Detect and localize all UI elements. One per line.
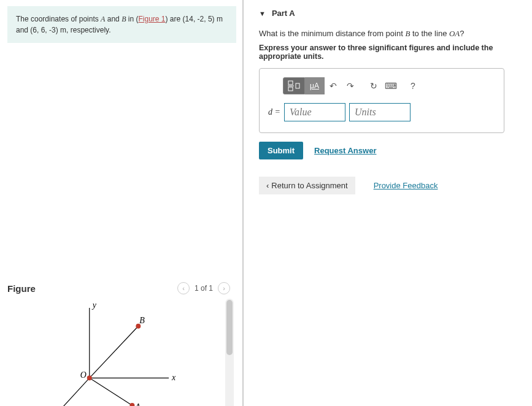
instruction-text: Express your answer to three significant…	[259, 44, 520, 61]
unit: m	[60, 26, 66, 34]
problem-statement: The coordinates of points A and B in (Fi…	[7, 6, 236, 43]
chevron-left-icon: ‹	[266, 181, 269, 190]
units-mu-button[interactable]: μA	[305, 77, 325, 94]
units-input[interactable]	[349, 103, 411, 121]
text: , respectively.	[66, 26, 110, 34]
svg-rect-14	[288, 81, 293, 85]
figure-title: Figure	[7, 283, 36, 294]
figure-scroll-thumb[interactable]	[226, 300, 233, 355]
svg-text:A: A	[134, 402, 141, 406]
return-assignment-button[interactable]: ‹ Return to Assignment	[259, 177, 355, 194]
figure-next-button[interactable]: ›	[218, 282, 230, 294]
svg-text:y: y	[91, 301, 97, 310]
request-answer-link[interactable]: Request Answer	[314, 146, 376, 155]
part-label: Part A	[272, 9, 295, 18]
figure-counter: 1 of 1	[195, 284, 213, 293]
unit: m	[217, 15, 223, 23]
undo-icon[interactable]: ↶	[325, 77, 342, 94]
svg-point-5	[87, 375, 92, 380]
svg-line-2	[56, 378, 90, 406]
svg-rect-15	[288, 87, 293, 91]
text: and (6, 6, -3)	[16, 26, 60, 34]
figure-scrollbar[interactable]	[225, 299, 234, 406]
svg-line-4	[90, 378, 133, 405]
fraction-template-button[interactable]	[283, 77, 305, 94]
text: and	[105, 15, 121, 23]
figure-link[interactable]: Figure 1	[139, 15, 166, 23]
reset-icon[interactable]: ↻	[365, 77, 382, 94]
svg-text:O: O	[80, 370, 87, 380]
keyboard-icon[interactable]: ⌨	[382, 77, 399, 94]
figure-prev-button[interactable]: ‹	[177, 282, 190, 294]
value-input[interactable]	[284, 103, 345, 121]
svg-rect-17	[296, 83, 299, 88]
redo-icon[interactable]: ↷	[342, 77, 359, 94]
figure-image: y x z O B A	[7, 298, 233, 406]
svg-text:x: x	[171, 373, 176, 382]
svg-text:B: B	[139, 316, 145, 325]
variable-label: d =	[268, 107, 280, 117]
collapse-icon[interactable]: ▼	[259, 10, 266, 17]
answer-box: μA ↶ ↷ ↻ ⌨ ? d =	[259, 68, 504, 133]
question-text: What is the minimum distance from point …	[259, 29, 520, 39]
submit-button[interactable]: Submit	[259, 142, 303, 159]
svg-point-7	[129, 403, 134, 406]
text: The coordinates of points	[16, 15, 101, 23]
text: ) are (14, -2, 5)	[166, 15, 217, 23]
help-icon[interactable]: ?	[406, 81, 420, 91]
svg-line-3	[90, 326, 139, 378]
text: in (	[126, 15, 138, 23]
provide-feedback-link[interactable]: Provide Feedback	[374, 181, 438, 190]
